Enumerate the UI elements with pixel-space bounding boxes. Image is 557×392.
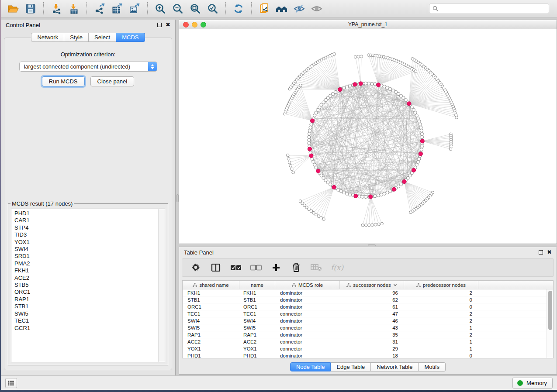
- mcds-result-item[interactable]: CAR1: [14, 217, 158, 224]
- zoom-fit-button[interactable]: [187, 2, 203, 16]
- table-row[interactable]: FKH1FKH1dominator962: [183, 289, 553, 296]
- search-input[interactable]: [440, 6, 546, 12]
- table-row[interactable]: TEC1TEC1connector472: [183, 310, 553, 317]
- table-row[interactable]: PHD1PHD1dominator180: [183, 352, 553, 358]
- mcds-result-item[interactable]: ACE2: [14, 275, 158, 282]
- table-row[interactable]: STB1STB1dominator620: [183, 296, 553, 303]
- zoom-in-button[interactable]: [152, 2, 168, 16]
- float-panel-icon[interactable]: [539, 250, 543, 254]
- select-all-rows-button[interactable]: [230, 262, 242, 273]
- mcds-result-item[interactable]: SRD1: [14, 253, 158, 260]
- table-row[interactable]: ORC1ORC1dominator610: [183, 303, 553, 310]
- column-header-mcds_role[interactable]: MCDS role: [275, 281, 340, 289]
- mcds-result-item[interactable]: PHD1: [14, 210, 158, 217]
- mcds-result-item[interactable]: SWI4: [14, 246, 158, 253]
- delete-table-button[interactable]: [311, 262, 322, 273]
- control-panel-tabs: NetworkStyleSelectMCDS: [1, 33, 175, 42]
- main-toolbar: [1, 0, 557, 17]
- deselect-all-rows-button[interactable]: [250, 262, 262, 273]
- close-panel-icon[interactable]: ✖: [166, 23, 170, 27]
- run-mcds-button[interactable]: Run MCDS: [42, 76, 85, 86]
- show-all-networks-button[interactable]: [274, 2, 290, 16]
- search-field[interactable]: [429, 3, 549, 14]
- cell-successor: 96: [340, 289, 404, 296]
- table-row[interactable]: YOX1YOX1connector291: [183, 345, 553, 352]
- mcds-result-item[interactable]: TID3: [14, 231, 158, 238]
- mcds-result-item[interactable]: SWI5: [14, 310, 158, 317]
- cell-mcds_role: dominator: [275, 331, 340, 338]
- zoom-in-icon: [155, 3, 166, 14]
- right-column: YPA_prune.txt_1 Table Panel ✖: [176, 20, 557, 375]
- maximize-window-icon[interactable]: [201, 22, 206, 28]
- cell-mcds_role: dominator: [275, 317, 340, 324]
- close-panel-button[interactable]: Close panel: [90, 76, 135, 86]
- memory-button[interactable]: Memory: [512, 378, 553, 389]
- function-builder-icon[interactable]: f(x): [331, 263, 343, 272]
- tab-motifs[interactable]: Motifs: [419, 362, 446, 371]
- cell-name: YOX1: [239, 345, 275, 352]
- chevron-down-icon: [393, 284, 397, 286]
- table-scrollbar[interactable]: [547, 289, 553, 358]
- close-panel-icon[interactable]: ✖: [547, 250, 552, 254]
- column-header-label: name: [251, 282, 263, 288]
- add-column-button[interactable]: [270, 262, 282, 273]
- mcds-result-item[interactable]: STB1: [14, 303, 158, 310]
- tab-style[interactable]: Style: [64, 33, 89, 42]
- column-header-shared_name[interactable]: shared name: [183, 281, 239, 289]
- status-bar: Memory: [1, 375, 557, 390]
- table-row[interactable]: RAP1RAP1dominator352: [183, 331, 553, 338]
- float-panel-icon[interactable]: [157, 23, 162, 27]
- hide-panel-button[interactable]: [291, 2, 307, 16]
- mcds-result-item[interactable]: ORC1: [14, 289, 158, 296]
- table-settings-button[interactable]: [190, 262, 201, 273]
- table-row[interactable]: SWI5SWI5connector431: [183, 324, 553, 331]
- tab-edge-table[interactable]: Edge Table: [331, 362, 371, 371]
- mcds-result-item[interactable]: TEC1: [14, 317, 158, 324]
- memory-label: Memory: [526, 380, 547, 386]
- export-image-button[interactable]: [127, 2, 142, 16]
- column-header-predecessor[interactable]: predecessor nodes: [404, 281, 478, 289]
- mcds-result-item[interactable]: RAP1: [14, 296, 158, 303]
- mcds-list-scrollbar[interactable]: [158, 209, 165, 362]
- mcds-result-item[interactable]: PMA2: [14, 260, 158, 267]
- apply-layout-button[interactable]: [231, 2, 246, 16]
- minimize-window-icon[interactable]: [192, 22, 197, 28]
- close-window-icon[interactable]: [183, 22, 189, 28]
- mcds-result-item[interactable]: STB5: [14, 282, 158, 289]
- column-visibility-button[interactable]: [210, 262, 221, 273]
- mcds-result-item[interactable]: GCR1: [14, 325, 158, 332]
- tab-node-table[interactable]: Node Table: [290, 362, 331, 371]
- optimization-criterion-label: Optimization criterion:: [4, 51, 172, 58]
- open-file-button[interactable]: [5, 2, 21, 16]
- export-table-button[interactable]: [109, 2, 125, 16]
- save-session-button[interactable]: [23, 2, 38, 16]
- scrollbar-thumb[interactable]: [548, 291, 552, 330]
- tab-network-table[interactable]: Network Table: [371, 362, 419, 371]
- show-panel-button[interactable]: [309, 2, 325, 16]
- tab-mcds[interactable]: MCDS: [116, 33, 145, 42]
- table-row[interactable]: ACE2ACE2connector311: [183, 338, 553, 345]
- cell-mcds_role: connector: [275, 324, 340, 331]
- tab-network[interactable]: Network: [31, 33, 64, 42]
- column-header-name[interactable]: name: [239, 281, 275, 289]
- splitter-grip[interactable]: [368, 244, 376, 246]
- toolbar-separator: [147, 2, 148, 15]
- mcds-result-item[interactable]: STP4: [14, 224, 158, 231]
- delete-columns-button[interactable]: [291, 262, 302, 273]
- cell-successor: 46: [340, 317, 404, 324]
- criterion-dropdown[interactable]: largest connected component (undirected): [19, 62, 157, 72]
- new-network-from-file-button[interactable]: [256, 2, 272, 16]
- task-history-button[interactable]: [5, 378, 17, 388]
- import-table-button[interactable]: [66, 2, 82, 16]
- export-network-button[interactable]: [92, 2, 107, 16]
- column-header-successor[interactable]: successor nodes: [340, 281, 404, 289]
- network-graph[interactable]: [179, 29, 557, 244]
- import-network-button[interactable]: [48, 2, 64, 16]
- tab-select[interactable]: Select: [89, 33, 116, 42]
- mcds-result-item[interactable]: YOX1: [14, 239, 158, 246]
- zoom-selected-button[interactable]: [205, 2, 221, 16]
- network-view-window: YPA_prune.txt_1: [179, 20, 557, 244]
- mcds-result-item[interactable]: FKH1: [14, 267, 158, 274]
- zoom-out-button[interactable]: [170, 2, 186, 16]
- table-row[interactable]: SWI4SWI4dominator462: [183, 317, 553, 324]
